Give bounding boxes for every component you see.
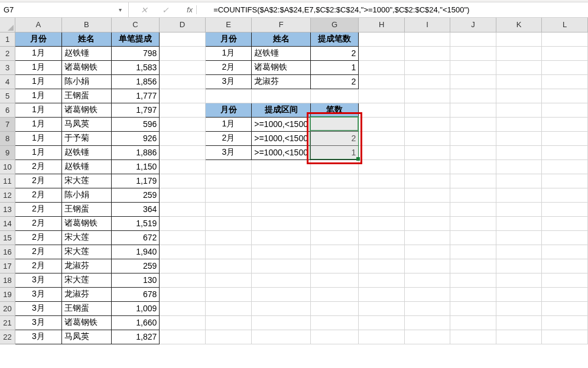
cell-A12[interactable]: 2月 xyxy=(15,188,61,202)
cell-A15[interactable]: 2月 xyxy=(15,230,61,245)
cell-J7[interactable] xyxy=(450,117,496,131)
row-header-14[interactable]: 14 xyxy=(0,216,15,230)
column-header-D[interactable]: D xyxy=(160,18,206,32)
cell-E9[interactable]: 3月 xyxy=(205,145,251,159)
cell-A7[interactable]: 1月 xyxy=(15,117,61,131)
column-header-C[interactable]: C xyxy=(111,18,159,32)
cell-K4[interactable] xyxy=(496,74,542,89)
cell-K6[interactable] xyxy=(496,103,542,117)
cell-G16[interactable] xyxy=(310,245,358,259)
cell-K17[interactable] xyxy=(496,259,542,273)
cell-G7[interactable]: 0 xyxy=(310,117,358,131)
cell-D4[interactable] xyxy=(160,74,206,89)
cell-F16[interactable] xyxy=(252,245,311,259)
cell-B13[interactable]: 王钢蛋 xyxy=(61,202,111,216)
cell-F9[interactable]: >=1000,<1500 xyxy=(252,145,311,159)
cell-E18[interactable] xyxy=(205,273,251,287)
cell-L3[interactable] xyxy=(542,60,588,74)
cell-I17[interactable] xyxy=(404,259,450,273)
cell-F11[interactable] xyxy=(252,174,311,188)
cell-E15[interactable] xyxy=(205,230,251,245)
cell-G1[interactable]: 提成笔数 xyxy=(310,32,358,46)
column-header-G[interactable]: G xyxy=(310,18,358,32)
cell-B11[interactable]: 宋大莲 xyxy=(61,174,111,188)
cell-B2[interactable]: 赵铁锤 xyxy=(61,46,111,60)
cell-C22[interactable]: 1,827 xyxy=(111,330,159,344)
cell-E22[interactable] xyxy=(205,330,251,344)
cell-H9[interactable] xyxy=(359,145,405,159)
cell-I22[interactable] xyxy=(404,330,450,344)
cell-E16[interactable] xyxy=(205,245,251,259)
cell-C20[interactable]: 1,009 xyxy=(111,301,159,315)
cell-J20[interactable] xyxy=(450,301,496,315)
cell-C16[interactable]: 1,940 xyxy=(111,245,159,259)
cell-K3[interactable] xyxy=(496,60,542,74)
cell-B19[interactable]: 龙淑芬 xyxy=(61,287,111,301)
cell-L6[interactable] xyxy=(542,103,588,117)
cell-K18[interactable] xyxy=(496,273,542,287)
spreadsheet-grid[interactable]: ABCDEFGHIJKL1月份姓名单笔提成月份姓名提成笔数21月赵铁锤7981月… xyxy=(0,18,588,368)
cell-E1[interactable]: 月份 xyxy=(205,32,251,46)
cell-L13[interactable] xyxy=(542,202,588,216)
cell-C4[interactable]: 1,856 xyxy=(111,74,159,89)
cell-F10[interactable] xyxy=(252,159,311,174)
cell-G20[interactable] xyxy=(310,301,358,315)
cell-J9[interactable] xyxy=(450,145,496,159)
cell-I13[interactable] xyxy=(404,202,450,216)
cell-B18[interactable]: 宋大莲 xyxy=(61,273,111,287)
cell-D3[interactable] xyxy=(160,60,206,74)
cell-C21[interactable]: 1,660 xyxy=(111,315,159,330)
row-header-12[interactable]: 12 xyxy=(0,188,15,202)
cell-F18[interactable] xyxy=(252,273,311,287)
cell-J1[interactable] xyxy=(450,32,496,46)
cell-E12[interactable] xyxy=(205,188,251,202)
cell-E8[interactable]: 2月 xyxy=(205,131,251,145)
cell-C18[interactable]: 130 xyxy=(111,273,159,287)
cell-A13[interactable]: 2月 xyxy=(15,202,61,216)
cell-G18[interactable] xyxy=(310,273,358,287)
cell-K16[interactable] xyxy=(496,245,542,259)
cell-I6[interactable] xyxy=(404,103,450,117)
name-box-dropdown-icon[interactable]: ▾ xyxy=(116,6,125,13)
cell-K22[interactable] xyxy=(496,330,542,344)
cell-G12[interactable] xyxy=(310,188,358,202)
row-header-10[interactable]: 10 xyxy=(0,159,15,174)
cell-H2[interactable] xyxy=(359,46,405,60)
cell-D11[interactable] xyxy=(160,174,206,188)
cell-K12[interactable] xyxy=(496,188,542,202)
cell-G11[interactable] xyxy=(310,174,358,188)
cell-A4[interactable]: 1月 xyxy=(15,74,61,89)
cell-I2[interactable] xyxy=(404,46,450,60)
row-header-4[interactable]: 4 xyxy=(0,74,15,89)
cell-G5[interactable] xyxy=(310,89,358,103)
cell-F7[interactable]: >=1000,<1500 xyxy=(252,117,311,131)
cell-K8[interactable] xyxy=(496,131,542,145)
cell-H21[interactable] xyxy=(359,315,405,330)
cell-H10[interactable] xyxy=(359,159,405,174)
cell-E10[interactable] xyxy=(205,159,251,174)
row-header-8[interactable]: 8 xyxy=(0,131,15,145)
cell-L5[interactable] xyxy=(542,89,588,103)
cell-C1[interactable]: 单笔提成 xyxy=(111,32,159,46)
row-header-7[interactable]: 7 xyxy=(0,117,15,131)
cell-J12[interactable] xyxy=(450,188,496,202)
cell-I5[interactable] xyxy=(404,89,450,103)
cell-C19[interactable]: 678 xyxy=(111,287,159,301)
cell-B10[interactable]: 赵铁锤 xyxy=(61,159,111,174)
cell-G6[interactable]: 笔数 xyxy=(310,103,358,117)
cell-G9[interactable]: 1 xyxy=(310,145,358,159)
cell-F2[interactable]: 赵铁锤 xyxy=(252,46,311,60)
cell-I3[interactable] xyxy=(404,60,450,74)
row-header-22[interactable]: 22 xyxy=(0,330,15,344)
cell-K5[interactable] xyxy=(496,89,542,103)
cell-B4[interactable]: 陈小娟 xyxy=(61,74,111,89)
cell-K15[interactable] xyxy=(496,230,542,245)
cell-B8[interactable]: 于予菊 xyxy=(61,131,111,145)
cell-H14[interactable] xyxy=(359,216,405,230)
cell-B20[interactable]: 王钢蛋 xyxy=(61,301,111,315)
cell-I1[interactable] xyxy=(404,32,450,46)
cell-C7[interactable]: 596 xyxy=(111,117,159,131)
cell-B9[interactable]: 赵铁锤 xyxy=(61,145,111,159)
cell-J16[interactable] xyxy=(450,245,496,259)
cell-I16[interactable] xyxy=(404,245,450,259)
